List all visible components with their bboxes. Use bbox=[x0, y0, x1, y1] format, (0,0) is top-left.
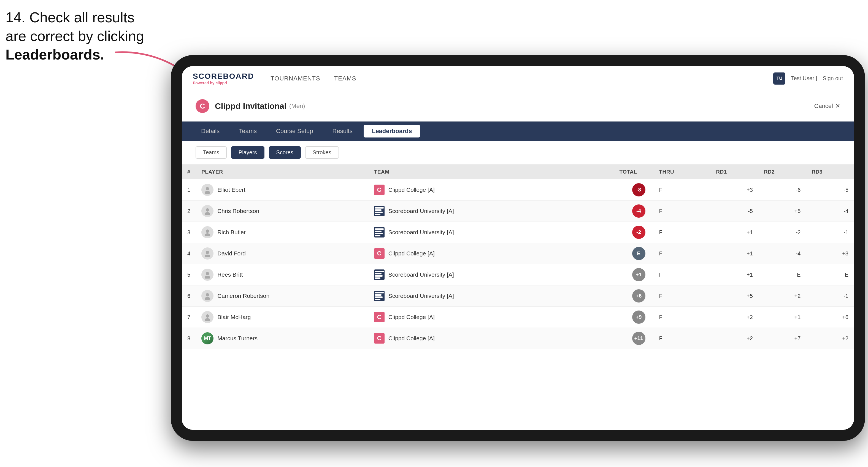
team-cell: CClippd College [A] bbox=[369, 307, 567, 328]
player-cell: Elliot Ebert bbox=[196, 179, 369, 200]
team-cell: CClippd College [A] bbox=[369, 179, 567, 200]
total-cell: +9 bbox=[567, 307, 653, 328]
nav-tournaments[interactable]: TOURNAMENTS bbox=[271, 75, 320, 82]
col-rd1: RD1 bbox=[710, 164, 758, 179]
player-name: Chris Robertson bbox=[217, 208, 259, 214]
svg-point-3 bbox=[206, 208, 209, 212]
tablet-screen: SCOREBOARD Powered by clippd TOURNAMENTS… bbox=[182, 66, 854, 430]
team-name: Clippd College [A] bbox=[389, 250, 435, 256]
rd1-cell: +2 bbox=[710, 307, 758, 328]
team-name: Clippd College [A] bbox=[389, 314, 435, 320]
col-rd3: RD3 bbox=[806, 164, 854, 179]
svg-point-7 bbox=[206, 251, 209, 254]
tournament-icon: C bbox=[195, 99, 209, 113]
player-cell: Rich Butler bbox=[196, 222, 369, 243]
team-name: Scoreboard University [A] bbox=[389, 229, 454, 235]
team-logo: C bbox=[374, 312, 384, 322]
player-name: Marcus Turners bbox=[217, 335, 257, 341]
player-name: Elliot Ebert bbox=[217, 187, 245, 193]
tab-leaderboards[interactable]: Leaderboards bbox=[364, 125, 421, 137]
rd3-cell: +3 bbox=[806, 243, 854, 264]
rd2-cell: E bbox=[758, 264, 806, 285]
svg-point-13 bbox=[206, 314, 209, 318]
filter-players[interactable]: Players bbox=[231, 146, 265, 159]
instruction-text: 14. Check all results are correct by cli… bbox=[5, 8, 144, 64]
avatar bbox=[202, 247, 214, 259]
team-logo: C bbox=[374, 333, 384, 344]
rank-cell: 5 bbox=[182, 264, 196, 285]
avatar: MT bbox=[202, 332, 214, 344]
total-cell: +6 bbox=[567, 285, 653, 307]
rd2-cell: -6 bbox=[758, 179, 806, 200]
thru-cell: F bbox=[654, 328, 711, 349]
team-logo: C bbox=[374, 185, 384, 195]
svg-point-8 bbox=[205, 255, 210, 257]
avatar bbox=[202, 184, 214, 196]
rd1-cell: +1 bbox=[710, 243, 758, 264]
filter-row: Teams Players Scores Strokes bbox=[182, 141, 854, 164]
rank-cell: 6 bbox=[182, 285, 196, 307]
col-rank: # bbox=[182, 164, 196, 179]
logo-sub: Powered by clippd bbox=[193, 81, 254, 85]
rank-cell: 1 bbox=[182, 179, 196, 200]
table-row: 6 Cameron Robertson Scoreboard Universit… bbox=[182, 285, 854, 307]
total-cell: +11 bbox=[567, 328, 653, 349]
rd3-cell: E bbox=[806, 264, 854, 285]
svg-point-11 bbox=[206, 293, 209, 297]
logo-text: SCOREBOARD bbox=[193, 72, 254, 81]
rd3-cell: +2 bbox=[806, 328, 854, 349]
tab-teams[interactable]: Teams bbox=[230, 125, 265, 137]
total-cell: -4 bbox=[567, 200, 653, 222]
user-avatar: TU bbox=[773, 72, 785, 85]
tab-bar: Details Teams Course Setup Results Leade… bbox=[182, 122, 854, 141]
rank-cell: 4 bbox=[182, 243, 196, 264]
total-cell: -8 bbox=[567, 179, 653, 200]
main-content: C Clippd Invitational (Men) Cancel ✕ Det… bbox=[182, 91, 854, 430]
rd1-cell: +2 bbox=[710, 328, 758, 349]
score-badge: -8 bbox=[632, 183, 645, 196]
tablet-frame: SCOREBOARD Powered by clippd TOURNAMENTS… bbox=[171, 55, 865, 441]
table-header-row: # PLAYER TEAM TOTAL THRU RD1 RD2 RD3 bbox=[182, 164, 854, 179]
avatar bbox=[202, 290, 214, 302]
tab-details[interactable]: Details bbox=[193, 125, 228, 137]
score-badge: -2 bbox=[632, 226, 645, 239]
cancel-button[interactable]: Cancel ✕ bbox=[814, 102, 840, 110]
rank-cell: 2 bbox=[182, 200, 196, 222]
table-row: 8MTMarcus TurnersCClippd College [A]+11F… bbox=[182, 328, 854, 349]
sign-out-link[interactable]: Sign out bbox=[823, 75, 843, 82]
team-logo bbox=[374, 206, 384, 216]
rank-cell: 3 bbox=[182, 222, 196, 243]
tab-results[interactable]: Results bbox=[324, 125, 361, 137]
tab-course-setup[interactable]: Course Setup bbox=[268, 125, 321, 137]
svg-point-2 bbox=[205, 191, 210, 194]
filter-strokes[interactable]: Strokes bbox=[305, 146, 339, 159]
svg-point-10 bbox=[205, 276, 210, 279]
total-cell: +1 bbox=[567, 264, 653, 285]
team-logo bbox=[374, 291, 384, 301]
tournament-title: Clippd Invitational bbox=[215, 101, 286, 111]
team-name: Scoreboard University [A] bbox=[389, 292, 454, 299]
rank-cell: 8 bbox=[182, 328, 196, 349]
player-cell: Blair McHarg bbox=[196, 307, 369, 328]
rank-cell: 7 bbox=[182, 307, 196, 328]
svg-point-4 bbox=[205, 212, 210, 215]
team-cell: Scoreboard University [A] bbox=[369, 285, 567, 307]
svg-point-1 bbox=[206, 187, 209, 190]
avatar bbox=[202, 205, 214, 217]
avatar bbox=[202, 311, 214, 323]
rd3-cell: -5 bbox=[806, 179, 854, 200]
rd1-cell: +1 bbox=[710, 222, 758, 243]
team-cell: Scoreboard University [A] bbox=[369, 200, 567, 222]
logo-area: SCOREBOARD Powered by clippd bbox=[193, 72, 254, 85]
rd2-cell: +5 bbox=[758, 200, 806, 222]
filter-scores[interactable]: Scores bbox=[269, 146, 301, 159]
col-player: PLAYER bbox=[196, 164, 369, 179]
nav-teams[interactable]: TEAMS bbox=[334, 75, 356, 82]
rd3-cell: -1 bbox=[806, 222, 854, 243]
player-cell: Cameron Robertson bbox=[196, 285, 369, 307]
thru-cell: F bbox=[654, 243, 711, 264]
filter-teams[interactable]: Teams bbox=[195, 146, 227, 159]
top-nav: SCOREBOARD Powered by clippd TOURNAMENTS… bbox=[182, 66, 854, 91]
avatar bbox=[202, 269, 214, 281]
table-row: 2 Chris Robertson Scoreboard University … bbox=[182, 200, 854, 222]
